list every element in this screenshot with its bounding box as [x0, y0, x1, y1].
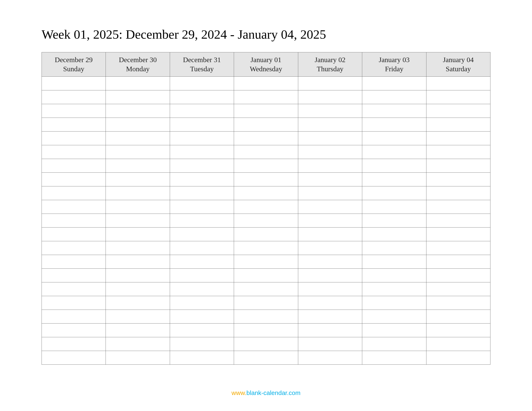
calendar-cell[interactable]: [234, 310, 298, 324]
calendar-cell[interactable]: [106, 296, 170, 310]
calendar-cell[interactable]: [426, 90, 490, 104]
calendar-cell[interactable]: [42, 173, 106, 186]
calendar-cell[interactable]: [234, 145, 298, 159]
calendar-cell[interactable]: [362, 200, 426, 214]
calendar-cell[interactable]: [42, 77, 106, 90]
calendar-cell[interactable]: [298, 310, 362, 324]
calendar-cell[interactable]: [298, 214, 362, 228]
calendar-cell[interactable]: [42, 241, 106, 255]
calendar-cell[interactable]: [170, 269, 234, 282]
calendar-cell[interactable]: [362, 118, 426, 132]
calendar-cell[interactable]: [170, 118, 234, 132]
calendar-cell[interactable]: [234, 173, 298, 186]
calendar-cell[interactable]: [426, 351, 490, 365]
calendar-cell[interactable]: [426, 145, 490, 159]
calendar-cell[interactable]: [170, 132, 234, 145]
calendar-cell[interactable]: [426, 132, 490, 145]
calendar-cell[interactable]: [298, 255, 362, 269]
calendar-cell[interactable]: [170, 145, 234, 159]
calendar-cell[interactable]: [106, 241, 170, 255]
calendar-cell[interactable]: [426, 200, 490, 214]
calendar-cell[interactable]: [298, 337, 362, 351]
calendar-cell[interactable]: [426, 159, 490, 173]
calendar-cell[interactable]: [234, 118, 298, 132]
calendar-cell[interactable]: [170, 296, 234, 310]
calendar-cell[interactable]: [426, 173, 490, 186]
calendar-cell[interactable]: [234, 214, 298, 228]
calendar-cell[interactable]: [362, 351, 426, 365]
calendar-cell[interactable]: [234, 255, 298, 269]
calendar-cell[interactable]: [426, 77, 490, 90]
calendar-cell[interactable]: [170, 324, 234, 337]
calendar-cell[interactable]: [170, 310, 234, 324]
calendar-cell[interactable]: [42, 118, 106, 132]
calendar-cell[interactable]: [106, 77, 170, 90]
calendar-cell[interactable]: [170, 282, 234, 296]
calendar-cell[interactable]: [426, 255, 490, 269]
calendar-cell[interactable]: [426, 337, 490, 351]
calendar-cell[interactable]: [42, 90, 106, 104]
calendar-cell[interactable]: [106, 269, 170, 282]
calendar-cell[interactable]: [106, 186, 170, 200]
calendar-cell[interactable]: [362, 77, 426, 90]
calendar-cell[interactable]: [170, 337, 234, 351]
calendar-cell[interactable]: [170, 186, 234, 200]
calendar-cell[interactable]: [298, 186, 362, 200]
calendar-cell[interactable]: [234, 269, 298, 282]
calendar-cell[interactable]: [170, 90, 234, 104]
calendar-cell[interactable]: [298, 228, 362, 241]
calendar-cell[interactable]: [234, 337, 298, 351]
footer-link[interactable]: www.blank-calendar.com: [0, 389, 532, 396]
calendar-cell[interactable]: [106, 310, 170, 324]
calendar-cell[interactable]: [42, 186, 106, 200]
calendar-cell[interactable]: [298, 173, 362, 186]
calendar-cell[interactable]: [362, 186, 426, 200]
calendar-cell[interactable]: [298, 324, 362, 337]
calendar-cell[interactable]: [234, 351, 298, 365]
calendar-cell[interactable]: [362, 104, 426, 118]
calendar-cell[interactable]: [106, 118, 170, 132]
calendar-cell[interactable]: [234, 241, 298, 255]
calendar-cell[interactable]: [426, 118, 490, 132]
calendar-cell[interactable]: [234, 90, 298, 104]
calendar-cell[interactable]: [42, 159, 106, 173]
calendar-cell[interactable]: [298, 159, 362, 173]
calendar-cell[interactable]: [234, 282, 298, 296]
calendar-cell[interactable]: [298, 90, 362, 104]
calendar-cell[interactable]: [106, 132, 170, 145]
calendar-cell[interactable]: [362, 145, 426, 159]
calendar-cell[interactable]: [426, 186, 490, 200]
calendar-cell[interactable]: [170, 159, 234, 173]
calendar-cell[interactable]: [170, 228, 234, 241]
calendar-cell[interactable]: [298, 145, 362, 159]
calendar-cell[interactable]: [170, 214, 234, 228]
calendar-cell[interactable]: [170, 200, 234, 214]
calendar-cell[interactable]: [106, 337, 170, 351]
calendar-cell[interactable]: [298, 241, 362, 255]
calendar-cell[interactable]: [298, 351, 362, 365]
calendar-cell[interactable]: [106, 228, 170, 241]
calendar-cell[interactable]: [106, 214, 170, 228]
calendar-cell[interactable]: [42, 200, 106, 214]
calendar-cell[interactable]: [42, 132, 106, 145]
calendar-cell[interactable]: [42, 282, 106, 296]
calendar-cell[interactable]: [426, 104, 490, 118]
calendar-cell[interactable]: [362, 310, 426, 324]
calendar-cell[interactable]: [234, 228, 298, 241]
calendar-cell[interactable]: [298, 282, 362, 296]
calendar-cell[interactable]: [234, 186, 298, 200]
calendar-cell[interactable]: [234, 324, 298, 337]
calendar-cell[interactable]: [170, 104, 234, 118]
calendar-cell[interactable]: [298, 104, 362, 118]
calendar-cell[interactable]: [426, 310, 490, 324]
calendar-cell[interactable]: [42, 296, 106, 310]
calendar-cell[interactable]: [362, 324, 426, 337]
calendar-cell[interactable]: [42, 324, 106, 337]
calendar-cell[interactable]: [42, 255, 106, 269]
calendar-cell[interactable]: [106, 145, 170, 159]
calendar-cell[interactable]: [42, 337, 106, 351]
calendar-cell[interactable]: [426, 269, 490, 282]
calendar-cell[interactable]: [106, 324, 170, 337]
calendar-cell[interactable]: [362, 173, 426, 186]
calendar-cell[interactable]: [426, 214, 490, 228]
